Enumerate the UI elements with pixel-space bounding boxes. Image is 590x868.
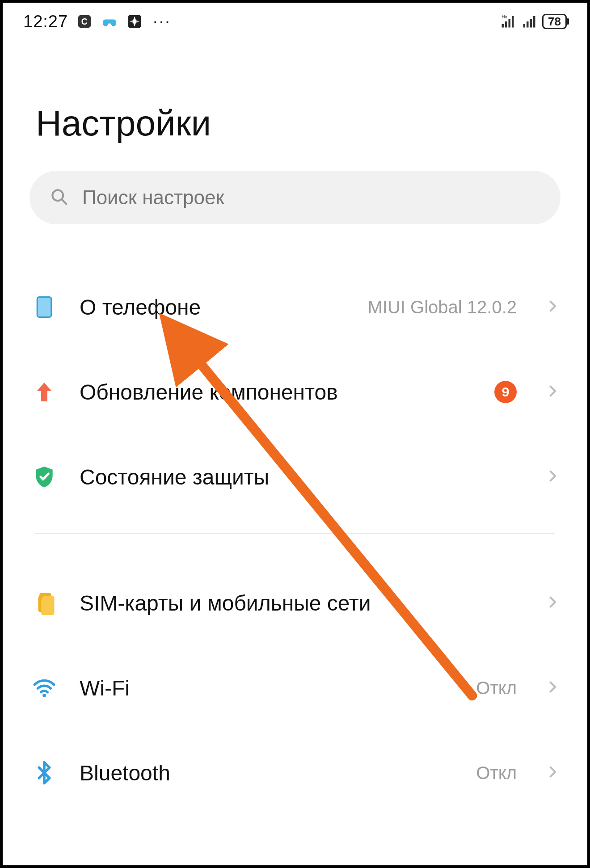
section-divider [35,533,555,534]
chevron-right-icon [544,298,560,316]
item-value: Откл [476,763,517,783]
status-right: Hк 78 [499,13,567,30]
status-bar: 12:27 C ··· Hк 78 [11,7,579,36]
item-bluetooth[interactable]: Bluetooth Откл [30,730,560,815]
page-title: Настройки [36,103,579,144]
item-component-updates[interactable]: Обновление компонентов 9 [30,350,560,434]
search-bar[interactable] [30,171,560,224]
item-value: Откл [476,678,517,698]
search-input[interactable] [82,186,541,209]
phone-icon [30,292,59,322]
item-value: MIUI Global 12.0.2 [368,297,517,317]
item-wifi[interactable]: Wi-Fi Откл [30,645,560,730]
settings-list: О телефоне MIUI Global 12.0.2 Обновление… [11,265,579,815]
sim-card-icon [30,588,59,618]
update-arrow-icon [30,377,59,407]
item-about-phone[interactable]: О телефоне MIUI Global 12.0.2 [30,265,560,350]
signal-icon-1: Hк [499,13,516,30]
gamepad-icon [101,13,118,30]
item-label: Wi-Fi [80,676,455,700]
chevron-right-icon [544,679,560,697]
item-label: О телефоне [80,295,347,320]
chevron-right-icon [544,468,560,486]
bluetooth-icon [30,758,59,788]
shield-icon [30,462,59,492]
svg-line-5 [62,199,66,204]
wifi-icon [30,673,59,703]
status-clock: 12:27 [23,12,68,31]
app-icon-1: C [76,13,93,30]
more-icon: ··· [153,13,171,30]
svg-text:Hк: Hк [502,14,508,19]
chevron-right-icon [544,383,560,401]
updates-badge: 9 [494,381,517,403]
item-label: Обновление компонентов [80,380,474,405]
status-left: 12:27 C ··· [23,12,171,31]
signal-icon-2 [521,13,538,30]
item-security-status[interactable]: Состояние защиты [30,434,560,519]
svg-rect-6 [37,297,51,317]
item-label: Состояние защиты [80,465,524,489]
settings-screen: 12:27 C ··· Hк 78 Настройки [3,3,587,865]
search-icon [49,187,69,208]
svg-point-7 [42,694,46,697]
item-label: Bluetooth [80,761,455,785]
app-icon-2 [126,13,143,30]
chevron-right-icon [544,764,560,782]
battery-indicator: 78 [542,14,567,29]
battery-level: 78 [548,15,561,29]
item-sim-networks[interactable]: SIM-карты и мобильные сети [30,560,560,645]
svg-text:C: C [81,17,88,26]
item-label: SIM-карты и мобильные сети [80,591,524,615]
chevron-right-icon [544,594,560,612]
